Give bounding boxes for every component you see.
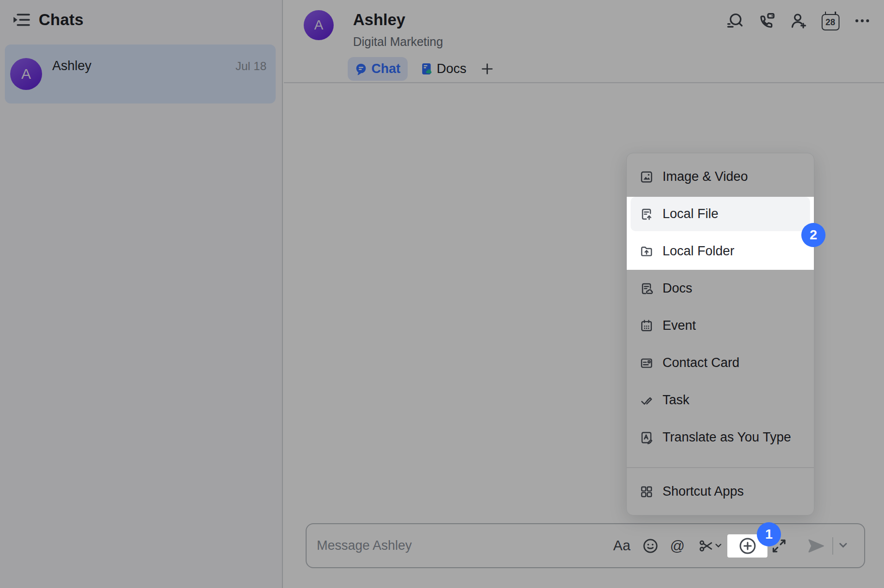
plus-circle-icon xyxy=(738,537,757,555)
menu-spotlight-group: Local File Local Folder xyxy=(627,197,814,270)
local-folder-upload-icon xyxy=(640,245,653,258)
menu-item-local-file[interactable]: Local File xyxy=(631,197,810,231)
menu-item-label: Local File xyxy=(663,206,719,221)
dim-overlay xyxy=(0,0,884,588)
step-badge-1: 1 xyxy=(757,522,781,546)
local-file-upload-icon xyxy=(640,207,653,221)
menu-item-local-folder[interactable]: Local Folder xyxy=(627,233,814,270)
menu-item-label: Local Folder xyxy=(663,244,735,259)
app-window: { "colors": { "accent_blue": "#3370ff", … xyxy=(0,0,884,588)
step-badge-2: 2 xyxy=(801,223,825,247)
